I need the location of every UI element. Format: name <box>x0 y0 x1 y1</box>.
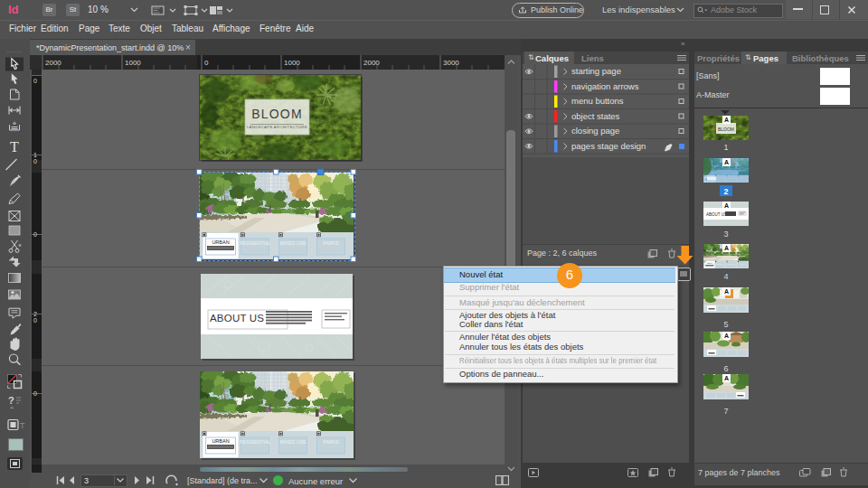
svg-text:1000: 1000 <box>284 59 300 67</box>
svg-text:LANDSCAPE ARCHITECTURE: LANDSCAPE ARCHITECTURE <box>247 125 307 129</box>
svg-text:0: 0 <box>33 158 37 164</box>
svg-text:BLOOM: BLOOM <box>251 107 303 121</box>
svg-text:2000: 2000 <box>363 59 380 67</box>
svg-text:BLOOM: BLOOM <box>718 127 734 132</box>
svg-text:0: 0 <box>33 390 37 397</box>
svg-text:0: 0 <box>204 59 209 67</box>
svg-text:?: ? <box>8 395 14 406</box>
svg-text:2: 2 <box>33 311 37 317</box>
svg-text:1: 1 <box>33 152 37 158</box>
svg-text:1000: 1000 <box>125 59 141 67</box>
svg-text:0: 0 <box>33 231 37 238</box>
svg-text:ABOUT US: ABOUT US <box>706 212 727 217</box>
svg-text:T: T <box>10 139 19 155</box>
svg-text:2000: 2000 <box>45 59 61 67</box>
svg-text:0: 0 <box>33 78 37 84</box>
svg-text:3000: 3000 <box>443 59 459 67</box>
svg-text:ABOUT US: ABOUT US <box>210 313 264 324</box>
svg-text:0: 0 <box>33 317 37 324</box>
svg-text:T: T <box>20 421 25 430</box>
